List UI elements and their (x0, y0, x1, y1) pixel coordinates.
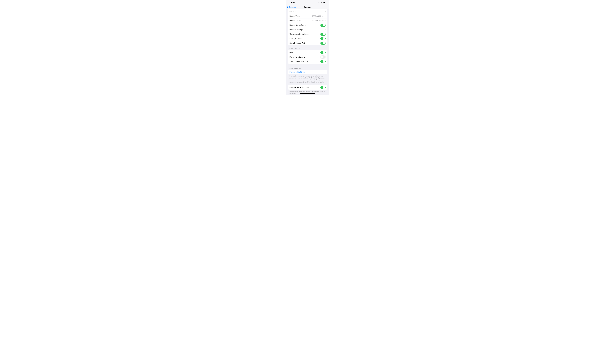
value-record-slomo: 720p at 240 fps (312, 20, 324, 22)
label-scan-qr: Scan QR Codes (289, 38, 320, 39)
svg-rect-0 (318, 3, 318, 3)
toggle-grid[interactable] (320, 51, 326, 54)
toggle-volume-burst[interactable] (320, 33, 326, 36)
chevron-right-icon (325, 15, 326, 17)
footer-photo-styles: Personalise the look of your photos by b… (286, 74, 329, 83)
row-photographic-styles[interactable]: Photographic Styles (288, 70, 327, 74)
toggle-detected-text[interactable] (320, 41, 326, 45)
section-main: Formats Record Video 1080p at 30 fps Rec… (288, 9, 327, 45)
back-button[interactable]: Settings (287, 6, 296, 8)
row-detected-text: Show Detected Text (288, 41, 327, 45)
nav-bar: Settings Camera (286, 5, 329, 9)
svg-rect-5 (324, 2, 325, 3)
toggle-prioritise[interactable] (320, 86, 326, 89)
label-photographic-styles: Photographic Styles (289, 71, 326, 73)
row-volume-burst: Use Volume Up for Burst (288, 32, 327, 36)
chevron-right-icon (325, 20, 326, 21)
svg-rect-2 (319, 2, 319, 3)
svg-rect-6 (326, 2, 326, 3)
scrollbar[interactable] (329, 9, 329, 76)
back-label: Settings (288, 6, 296, 8)
value-record-video: 1080p at 30 fps (312, 15, 324, 17)
label-volume-burst: Use Volume Up for Burst (289, 33, 320, 35)
label-view-outside: View Outside the Frame (289, 61, 320, 63)
label-record-slomo: Record Slo-mo (289, 20, 312, 22)
row-prioritise-shooting: Prioritise Faster Shooting (288, 85, 327, 90)
status-bar: 15:12 (286, 0, 329, 5)
svg-rect-1 (318, 2, 319, 3)
row-record-video[interactable]: Record Video 1080p at 30 fps (288, 14, 327, 18)
label-mirror-front: Mirror Front Camera (289, 56, 320, 58)
toggle-mirror-front[interactable] (320, 55, 326, 59)
label-record-video: Record Video (289, 15, 312, 17)
battery-icon (323, 2, 326, 3)
chevron-right-icon (325, 11, 326, 12)
row-grid: Grid (288, 50, 327, 55)
cellular-icon (318, 2, 320, 3)
chevron-left-icon (287, 6, 288, 8)
section-prioritise: Prioritise Faster Shooting (288, 85, 327, 90)
header-photo-capture: Photo Capture (286, 64, 329, 70)
chevron-right-icon (325, 29, 326, 30)
settings-content[interactable]: Formats Record Video 1080p at 30 fps Rec… (286, 9, 329, 95)
row-mirror-front: Mirror Front Camera (288, 55, 327, 59)
row-record-slomo[interactable]: Record Slo-mo 720p at 240 fps (288, 18, 327, 23)
toggle-view-outside[interactable] (320, 60, 326, 63)
row-stereo-sound: Record Stereo Sound (288, 23, 327, 27)
label-prioritise: Prioritise Faster Shooting (289, 86, 320, 88)
section-photo-styles: Photographic Styles (288, 70, 327, 74)
row-formats[interactable]: Formats (288, 9, 327, 14)
section-composition: Grid Mirror Front Camera View Outside th… (288, 50, 327, 64)
row-scan-qr: Scan QR Codes (288, 36, 327, 41)
header-composition: Composition (286, 45, 329, 50)
label-preserve: Preserve Settings (289, 29, 325, 31)
toggle-stereo-sound[interactable] (320, 24, 326, 27)
label-formats: Formats (289, 11, 325, 13)
label-detected-text: Show Detected Text (289, 42, 320, 44)
status-icons (318, 2, 326, 3)
row-view-outside: View Outside the Frame (288, 59, 327, 64)
home-indicator[interactable] (300, 93, 315, 94)
label-grid: Grid (289, 52, 320, 53)
label-stereo-sound: Record Stereo Sound (289, 24, 320, 26)
status-time: 15:12 (290, 1, 295, 4)
svg-rect-3 (320, 2, 320, 3)
toggle-scan-qr[interactable] (320, 37, 326, 40)
wifi-icon (321, 2, 323, 3)
row-preserve-settings[interactable]: Preserve Settings (288, 27, 327, 32)
phone-screen: 15:12 Settings (286, 0, 329, 95)
